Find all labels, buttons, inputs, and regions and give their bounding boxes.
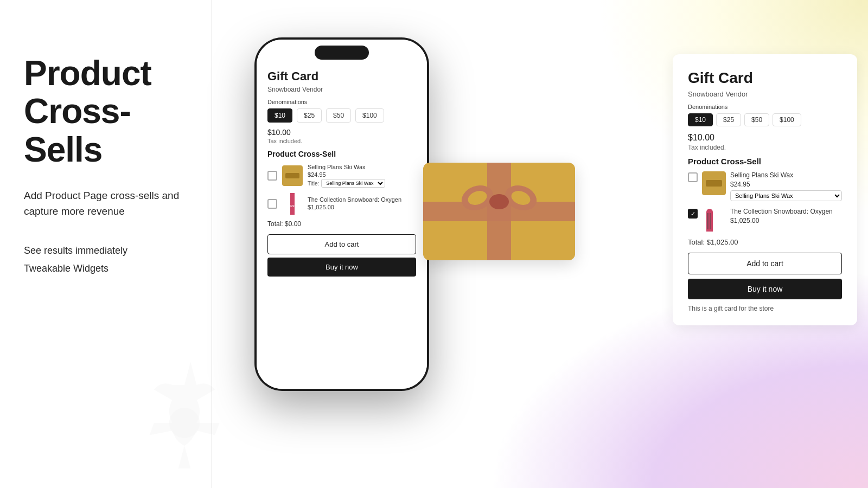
desktop-card: Gift Card Snowboard Vendor Denominations… (673, 54, 857, 325)
phone-buy-now-button[interactable]: Buy it now (267, 258, 416, 277)
svg-rect-7 (487, 163, 511, 260)
svg-rect-17 (710, 213, 711, 229)
gift-card-image-area (423, 163, 575, 260)
phone-total: Total: $0.00 (267, 220, 416, 228)
phone-cs-info-1: Selling Plans Ski Wax $24.95 Title: Sell… (308, 164, 416, 188)
main-title: Product Cross-Sells (24, 54, 188, 169)
svg-text:Oxygen: Oxygen (287, 204, 298, 207)
desktop-cs-price-1: $24.95 (730, 181, 842, 188)
phone-notch (315, 46, 369, 60)
phone-cs-price-2: $1,025.00 (308, 204, 416, 210)
phone-denom-50[interactable]: $50 (326, 108, 351, 123)
desktop-checkbox-1[interactable] (688, 172, 698, 182)
desktop-vendor: Snowboard Vendor (688, 90, 842, 98)
desktop-denom-10[interactable]: $10 (688, 113, 713, 126)
desktop-cs-select-1[interactable]: Selling Plans Ski Wax (730, 190, 842, 201)
desktop-denom-100[interactable]: $100 (773, 113, 801, 126)
phone-cross-sell-item-2: Oxygen The Collection Snowboard: Oxygen … (267, 193, 416, 215)
phone-vendor: Snowboard Vendor (267, 86, 416, 93)
desktop-cross-sell-item-2: ✓ The Collection Snowboard: Oxygen $1,02… (688, 208, 842, 232)
svg-rect-14 (706, 180, 722, 187)
desktop-cs-name-1: Selling Plans Ski Wax (730, 171, 842, 179)
phone-screen: Gift Card Snowboard Vendor Denominations… (257, 40, 427, 389)
phone-checkbox-1[interactable] (267, 171, 277, 181)
desktop-snowboard-img (702, 208, 726, 232)
desktop-denominations-label: Denominations (688, 104, 842, 110)
phone-shell: Gift Card Snowboard Vendor Denominations… (255, 38, 429, 390)
desktop-denomination-row: $10 $25 $50 $100 (688, 113, 842, 126)
desktop-cs-info-2: The Collection Snowboard: Oxygen $1,025.… (730, 208, 842, 227)
desktop-cs-name-2: The Collection Snowboard: Oxygen (730, 208, 842, 215)
phone-denom-10[interactable]: $10 (267, 108, 292, 123)
phone-cs-price-1: $24.95 (308, 171, 416, 178)
phone-cs-select-1[interactable]: Selling Plans Ski Wax (321, 179, 385, 188)
desktop-tax: Tax included. (688, 144, 842, 151)
desktop-product-title: Gift Card (688, 69, 842, 87)
desktop-price: $10.00 (688, 133, 842, 143)
feature-2: Tweakable Widgets (24, 263, 188, 274)
subtitle: Add Product Page cross-sells and capture… (24, 188, 188, 219)
phone-product-title: Gift Card (267, 69, 416, 84)
desktop-denom-25[interactable]: $25 (716, 113, 741, 126)
phone-denominations-label: Denominations (267, 99, 416, 105)
phone-cs-select-row-1: Title: Selling Plans Ski Wax (308, 179, 416, 188)
desktop-add-to-cart-button[interactable]: Add to cart (688, 253, 842, 274)
phone-cs-info-2: The Collection Snowboard: Oxygen $1,025.… (308, 196, 416, 211)
phone-inner: Gift Card Snowboard Vendor Denominations… (257, 40, 427, 389)
phone-price: $10.00 (267, 128, 416, 137)
desktop-buy-now-button[interactable]: Buy it now (688, 279, 842, 299)
phone-cross-sell-title: Product Cross-Sell (267, 150, 416, 158)
desktop-checkbox-2[interactable]: ✓ (688, 209, 698, 219)
phone-mockup: Gift Card Snowboard Vendor Denominations… (239, 22, 445, 466)
desktop-ski-wax-img (702, 171, 726, 195)
desktop-cs-info-1: Selling Plans Ski Wax $24.95 Selling Pla… (730, 171, 842, 201)
desktop-cross-sell-item-1: Selling Plans Ski Wax $24.95 Selling Pla… (688, 171, 842, 201)
phone-snowboard-img: Oxygen (282, 193, 303, 215)
desktop-cross-sell-title: Product Cross-Sell (688, 157, 842, 166)
phone-ski-wax-img (282, 165, 303, 187)
phone-cross-sell-item-1: Selling Plans Ski Wax $24.95 Title: Sell… (267, 164, 416, 188)
desktop-gift-note: This is a gift card for the store (688, 305, 842, 312)
svg-point-12 (489, 194, 509, 209)
gift-card-image (423, 163, 575, 260)
phone-denomination-row: $10 $25 $50 $100 (267, 108, 416, 123)
phone-denom-100[interactable]: $100 (355, 108, 384, 123)
desktop-cs-price-2: $1,025.00 (730, 217, 842, 224)
phone-add-to-cart-button[interactable]: Add to cart (267, 234, 416, 254)
phone-denom-25[interactable]: $25 (297, 108, 322, 123)
phone-cs-name-2: The Collection Snowboard: Oxygen (308, 196, 416, 203)
svg-rect-2 (285, 173, 299, 178)
left-panel: Product Cross-Sells Add Product Page cro… (0, 0, 212, 488)
phone-cs-select-label-1: Title: (308, 181, 319, 187)
desktop-denom-50[interactable]: $50 (744, 113, 769, 126)
phone-cs-name-1: Selling Plans Ski Wax (308, 164, 416, 170)
desktop-total: Total: $1,025.00 (688, 238, 842, 246)
phone-tax: Tax included. (267, 138, 416, 144)
feature-1: See results immediately (24, 245, 188, 256)
svg-rect-16 (707, 213, 709, 229)
phone-checkbox-2[interactable] (267, 199, 277, 209)
